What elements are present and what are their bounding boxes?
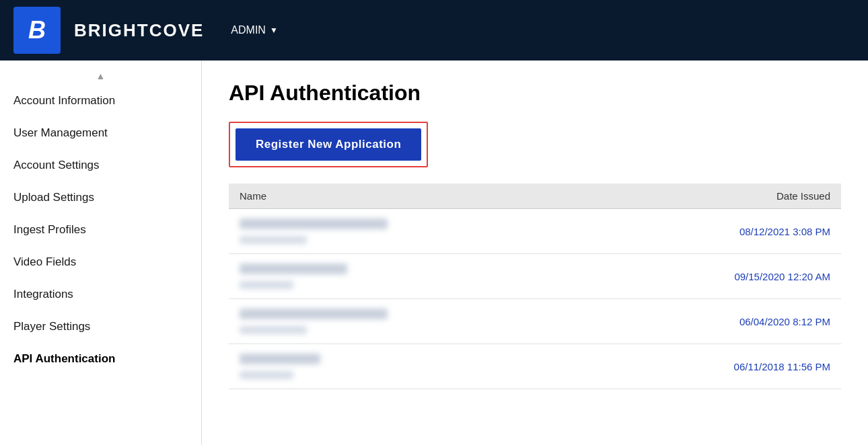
- admin-menu[interactable]: ADMIN ▼: [231, 24, 277, 36]
- row-name-3: [240, 309, 682, 334]
- table-header: Name Date Issued: [229, 184, 841, 209]
- blurred-name-2: [240, 264, 347, 274]
- row-name-4: [240, 354, 682, 379]
- blurred-name-1: [240, 218, 388, 229]
- admin-arrow-icon: ▼: [270, 26, 278, 35]
- blurred-sub-1: [240, 236, 307, 244]
- register-button-wrapper: Register New Application: [229, 122, 428, 167]
- page-title: API Authentication: [229, 81, 841, 106]
- app-header: B BRIGHTCOVE ADMIN ▼: [0, 0, 868, 60]
- admin-label: ADMIN: [231, 24, 266, 36]
- sidebar-item-ingest-profiles[interactable]: Ingest Profiles: [0, 214, 201, 246]
- sidebar-item-integrations[interactable]: Integrations: [0, 278, 201, 311]
- blurred-sub-3: [240, 326, 307, 334]
- table-row[interactable]: 08/12/2021 3:08 PM: [229, 209, 841, 254]
- sidebar-item-user-management[interactable]: User Management: [0, 117, 201, 149]
- blurred-sub-2: [240, 281, 293, 289]
- col-name-header: Name: [240, 190, 682, 202]
- row-date-1: 08/12/2021 3:08 PM: [682, 226, 830, 237]
- table-row[interactable]: 06/11/2018 11:56 PM: [229, 344, 841, 389]
- sidebar-item-video-fields[interactable]: Video Fields: [0, 246, 201, 278]
- col-date-header: Date Issued: [682, 190, 830, 202]
- sidebar-item-account-settings[interactable]: Account Settings: [0, 149, 201, 181]
- sidebar-item-player-settings[interactable]: Player Settings: [0, 311, 201, 343]
- sidebar-item-upload-settings[interactable]: Upload Settings: [0, 181, 201, 214]
- app-layout: ▲ Account Information User Management Ac…: [0, 60, 868, 445]
- main-content: API Authentication Register New Applicat…: [202, 60, 868, 445]
- table-row[interactable]: 09/15/2020 12:20 AM: [229, 254, 841, 299]
- blurred-name-3: [240, 309, 388, 319]
- row-date-2: 09/15/2020 12:20 AM: [682, 271, 830, 282]
- logo-text: BRIGHTCOVE: [74, 20, 204, 41]
- logo-icon: B: [28, 16, 46, 44]
- register-new-application-button[interactable]: Register New Application: [236, 128, 421, 161]
- sidebar: ▲ Account Information User Management Ac…: [0, 60, 202, 445]
- sidebar-item-account-information[interactable]: Account Information: [0, 85, 201, 117]
- row-date-3: 06/04/2020 8:12 PM: [682, 316, 830, 327]
- blurred-sub-4: [240, 371, 293, 379]
- table-row[interactable]: 06/04/2020 8:12 PM: [229, 299, 841, 344]
- row-date-4: 06/11/2018 11:56 PM: [682, 361, 830, 372]
- logo-box: B: [13, 7, 61, 54]
- row-name-1: [240, 218, 682, 244]
- api-table: Name Date Issued 08/12/2021 3:08 PM 09/1…: [229, 184, 841, 389]
- scroll-indicator: ▲: [0, 67, 201, 85]
- sidebar-item-api-authentication[interactable]: API Authentication: [0, 343, 201, 375]
- row-name-2: [240, 264, 682, 289]
- blurred-name-4: [240, 354, 320, 364]
